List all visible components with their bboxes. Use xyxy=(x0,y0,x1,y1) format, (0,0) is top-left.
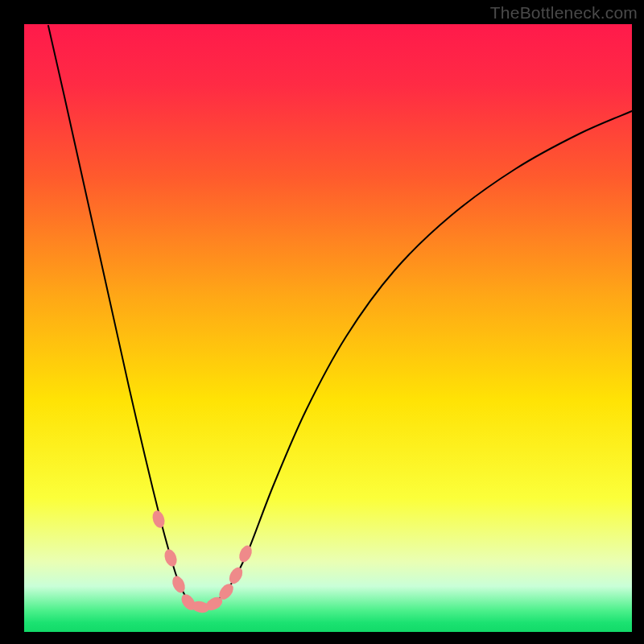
chart-frame: TheBottleneck.com xyxy=(0,0,644,644)
bottleneck-chart xyxy=(0,0,644,644)
watermark-text: TheBottleneck.com xyxy=(490,3,638,23)
